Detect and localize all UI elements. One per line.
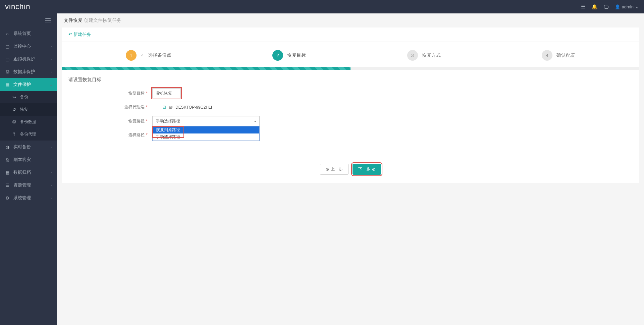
nav-realtime-backup[interactable]: ◑ 实时备份 ‹ bbox=[0, 141, 57, 153]
nav-sub-backup[interactable]: ↪ 备份 bbox=[0, 91, 57, 103]
host-icon: 🖳 bbox=[169, 105, 173, 110]
nav-label: 监控中心 bbox=[13, 43, 31, 49]
header-right: ☰ 🔔 🖵 👤 admin ⌄ bbox=[581, 4, 639, 10]
realtime-icon: ◑ bbox=[5, 145, 10, 150]
row-target: 恢复目标* 异机恢复 ▾ bbox=[68, 88, 633, 98]
step-1[interactable]: 1 ✓ 选择备份点 bbox=[126, 50, 171, 61]
nav-file-protect[interactable]: ▤ 文件保护 ⌄ bbox=[0, 78, 57, 91]
nav-label: 备份数据 bbox=[20, 119, 36, 125]
steps: 1 ✓ 选择备份点 2 恢复目标 3 恢复方式 4 确认配置 bbox=[62, 42, 639, 67]
select-path-label: 选择路径* bbox=[68, 132, 152, 138]
nav-db-protect[interactable]: ⛁ 数据库保护 ‹ bbox=[0, 65, 57, 78]
nav-label: 文件保护 bbox=[13, 82, 31, 88]
back-icon: ↶ bbox=[68, 32, 73, 37]
hamburger-icon bbox=[45, 18, 51, 23]
user-menu[interactable]: 👤 admin ⌄ bbox=[615, 4, 639, 9]
user-name: admin bbox=[622, 4, 634, 9]
nav-replica[interactable]: ⎘ 副本容灾 ‹ bbox=[0, 153, 57, 166]
nav-monitor[interactable]: ▢ 监控中心 ‹ bbox=[0, 40, 57, 53]
step-number: 4 bbox=[542, 50, 552, 61]
nav-sub-backup-data[interactable]: ⛁ 备份数据 bbox=[0, 116, 57, 128]
data-icon: ⛁ bbox=[11, 119, 17, 124]
chevron-left-icon: ‹ bbox=[51, 57, 52, 61]
agent-value: DESKTOP-99G2H1I bbox=[175, 105, 212, 110]
chevron-down-icon: ▾ bbox=[254, 92, 256, 95]
target-control: 异机恢复 ▾ bbox=[152, 88, 260, 98]
form-body: 恢复目标* 异机恢复 ▾ 选择代理端* ☑ 🖳 DESKTOP-99G2H1I bbox=[62, 88, 639, 154]
restore-icon: ↺ bbox=[11, 107, 17, 112]
agent-label: 选择代理端* bbox=[68, 104, 152, 110]
step-4[interactable]: 4 确认配置 bbox=[542, 50, 575, 61]
nav-label: 数据库保护 bbox=[13, 69, 35, 75]
breadcrumb-primary: 文件恢复 bbox=[64, 17, 83, 23]
file-icon: ▤ bbox=[5, 82, 10, 87]
chevron-down-icon: ⌄ bbox=[635, 4, 639, 9]
new-task-link[interactable]: ↶ 新建任务 bbox=[68, 32, 91, 37]
nav-archive[interactable]: ▦ 数据归档 ‹ bbox=[0, 166, 57, 179]
step-number: 3 bbox=[407, 50, 418, 61]
footer-buttons: ⊙ 上一步 下一步 ⊙ bbox=[62, 154, 639, 183]
main: 文件恢复 创建文件恢复任务 ↶ 新建任务 1 ✓ 选择备份点 2 恢复目标 3 … bbox=[57, 13, 644, 183]
path-control: 手动选择路径 ▾ 恢复到原路径 手动选择路径 bbox=[152, 116, 260, 126]
chevron-down-icon: ⌄ bbox=[50, 83, 52, 87]
checkbox-checked-icon[interactable]: ☑ bbox=[162, 105, 166, 110]
target-value: 异机恢复 bbox=[156, 91, 172, 96]
target-select[interactable]: 异机恢复 bbox=[152, 88, 181, 98]
step-2[interactable]: 2 恢复目标 bbox=[272, 50, 306, 61]
dropdown-option-original[interactable]: 恢复到原路径 bbox=[153, 126, 259, 133]
path-select[interactable]: 手动选择路径 ▾ bbox=[152, 116, 260, 126]
nav-label: 副本容灾 bbox=[13, 157, 31, 163]
step-label: 恢复目标 bbox=[287, 52, 306, 58]
form-title: 请设置恢复目标 bbox=[62, 77, 639, 88]
vm-icon: ▢ bbox=[5, 57, 10, 62]
prev-button[interactable]: ⊙ 上一步 bbox=[320, 164, 348, 175]
list-icon[interactable]: ☰ bbox=[581, 4, 585, 10]
nav-label: 资源管理 bbox=[13, 182, 31, 187]
logo: vinchin bbox=[5, 2, 30, 11]
chevron-left-icon: ‹ bbox=[51, 70, 52, 74]
replica-icon: ⎘ bbox=[5, 157, 10, 162]
db-icon: ⛁ bbox=[5, 69, 10, 74]
step-3[interactable]: 3 恢复方式 bbox=[407, 50, 441, 61]
path-dropdown: 恢复到原路径 手动选择路径 bbox=[152, 126, 260, 141]
chevron-down-icon: ▾ bbox=[254, 119, 256, 123]
step-number: 1 bbox=[126, 50, 137, 61]
header: vinchin ☰ 🔔 🖵 👤 admin ⌄ bbox=[0, 0, 644, 13]
target-label: 恢复目标* bbox=[68, 91, 152, 96]
step-label: 恢复方式 bbox=[422, 52, 441, 58]
nav-sub-restore[interactable]: ↺ 恢复 bbox=[0, 103, 57, 116]
progress-bar bbox=[62, 67, 639, 70]
nav-vm-protect[interactable]: ▢ 虚拟机保护 ‹ bbox=[0, 53, 57, 65]
nav-label: 系统首页 bbox=[13, 31, 31, 37]
nav-home[interactable]: ⌂ 系统首页 bbox=[0, 27, 57, 40]
chevron-left-icon: ‹ bbox=[51, 171, 52, 174]
chevron-left-icon: ‹ bbox=[51, 145, 52, 149]
user-icon: 👤 bbox=[615, 4, 620, 9]
nav-label: 数据归档 bbox=[13, 169, 31, 175]
panel-head: ↶ 新建任务 bbox=[62, 28, 639, 42]
next-button[interactable]: 下一步 ⊙ bbox=[353, 164, 381, 175]
nav-sub-file: ↪ 备份 ↺ 恢复 ⛁ 备份数据 ⤒ 备份代理 bbox=[0, 91, 57, 141]
nav-label: 备份代理 bbox=[20, 131, 36, 137]
bell-icon[interactable]: 🔔 bbox=[591, 4, 598, 10]
row-agent: 选择代理端* ☑ 🖳 DESKTOP-99G2H1I bbox=[68, 104, 633, 110]
nav-sub-backup-agent[interactable]: ⤒ 备份代理 bbox=[0, 128, 57, 141]
nav-label: 虚拟机保护 bbox=[13, 56, 35, 62]
panel: ↶ 新建任务 1 ✓ 选择备份点 2 恢复目标 3 恢复方式 4 确认配置 bbox=[62, 28, 639, 183]
path-value: 手动选择路径 bbox=[156, 118, 180, 124]
monitor-icon[interactable]: 🖵 bbox=[604, 4, 609, 10]
nav-resources[interactable]: ☰ 资源管理 ‹ bbox=[0, 179, 57, 187]
nav-label: 备份 bbox=[20, 94, 28, 100]
backup-icon: ↪ bbox=[11, 95, 17, 100]
resources-icon: ☰ bbox=[5, 183, 10, 188]
nav-label: 实时备份 bbox=[13, 144, 31, 150]
sidebar-toggle[interactable] bbox=[0, 13, 57, 27]
progress-fill bbox=[62, 67, 351, 70]
path-label: 恢复路径* bbox=[68, 118, 152, 124]
monitor-icon: ▢ bbox=[5, 44, 10, 49]
dropdown-option-manual[interactable]: 手动选择路径 bbox=[153, 133, 259, 141]
step-number: 2 bbox=[272, 50, 283, 61]
chevron-left-icon: ‹ bbox=[51, 183, 52, 187]
chevron-left-icon: ‹ bbox=[51, 158, 52, 162]
agent-icon: ⤒ bbox=[11, 132, 17, 137]
